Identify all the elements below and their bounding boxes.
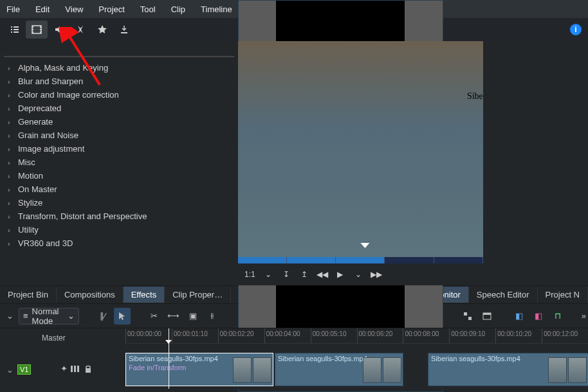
ruler-tick: 00:00:09:10 (449, 328, 495, 343)
effects-category[interactable]: ›Grain and Noise (4, 129, 234, 142)
mix-audio-icon[interactable] (459, 308, 476, 325)
play-menu-icon[interactable]: ⌄ (351, 267, 366, 282)
forward-icon[interactable]: ▶▶ (369, 267, 384, 282)
menu-item-file[interactable]: File (4, 2, 26, 17)
effects-category[interactable]: ›Motion (4, 169, 234, 183)
project-monitor: Sibe 1:1 ⌄ ↧ ↥ ◀◀ ▶ ⌄ ▶▶ (238, 41, 483, 285)
ruler-tick: 00:00:02:20 (218, 328, 264, 343)
master-track-label[interactable]: Master (42, 334, 66, 343)
menu-item-tool[interactable]: Tool (134, 2, 162, 17)
ruler-tick: 00:00:00:00 (125, 328, 172, 343)
project-monitor-controls: 1:1 ⌄ ↧ ↥ ◀◀ ▶ ⌄ ▶▶ (238, 263, 483, 285)
track-content[interactable]: Siberian seagulls-30fps.mp4Fade in/Trans… (125, 353, 588, 386)
project-monitor-viewport[interactable]: Sibe (238, 41, 483, 257)
main-area: ›Alpha, Mask and Keying›Blur and Sharpen… (0, 41, 588, 285)
ruler-tick: 00:00:05:10 (311, 328, 357, 343)
custom-effects-icon[interactable] (69, 21, 91, 39)
slip-tool-icon[interactable]: ▣ (185, 308, 201, 325)
monitors: In Point 1:1 ⌄ ↧ ↥ ◀◀ ▶ ⌄ ▶▶ › (238, 41, 588, 285)
tab-project-bin[interactable]: Project Bin (0, 287, 57, 303)
effects-category[interactable]: ›VR360 and 3D (4, 236, 234, 250)
timeline-clip[interactable]: Siberian seagulls-30fps.mp4 (428, 353, 588, 386)
effects-tree[interactable]: ›Alpha, Mask and Keying›Blur and Sharpen… (4, 57, 234, 285)
tab-effects[interactable]: Effects (124, 287, 165, 303)
menu-item-clip[interactable]: Clip (165, 2, 192, 17)
effects-category[interactable]: ›On Master (4, 183, 234, 196)
out-point-icon[interactable]: ↥ (297, 267, 312, 282)
track-header[interactable]: ⌄ V1 ✦ (0, 353, 125, 386)
tree-view-icon[interactable] (4, 21, 26, 39)
track-label[interactable]: V1 (17, 364, 31, 375)
effects-category[interactable]: ›Generate (4, 115, 234, 129)
effects-panel: ›Alpha, Mask and Keying›Blur and Sharpen… (0, 41, 238, 285)
effects-category[interactable]: ›Blur and Sharpen (4, 75, 234, 88)
svg-rect-5 (40, 29, 41, 30)
play-icon[interactable]: ▶ (333, 267, 348, 282)
effects-category[interactable]: ›Image adjustment (4, 142, 234, 156)
video-effects-icon[interactable] (26, 21, 48, 39)
expand-track-icon[interactable]: ⌄ (6, 365, 14, 375)
menu-item-timeline[interactable]: Timeline (194, 2, 239, 17)
svg-rect-17 (77, 366, 79, 372)
effects-category[interactable]: ›Color and Image correction (4, 88, 234, 102)
svg-rect-0 (32, 26, 41, 33)
audio-effects-icon[interactable] (48, 21, 69, 39)
ruler-tick: 00:00:01:10 (172, 328, 218, 343)
zoom-label[interactable]: 1:1 (242, 270, 258, 279)
ruler-tick: 00:00:06:20 (357, 328, 403, 343)
collapse-icon[interactable]: ⌄ (4, 308, 16, 325)
tab-project-n[interactable]: Project N (538, 287, 588, 303)
effects-category[interactable]: ›Deprecated (4, 102, 234, 115)
color-audio-icon[interactable]: ◧ (511, 308, 528, 325)
mute-track-icon[interactable] (70, 364, 80, 376)
download-effects-icon[interactable] (113, 21, 135, 39)
video-track-row: ⌄ V1 ✦ Siberian seagulls-30fps.mp4Fade i… (0, 353, 588, 386)
effects-category[interactable]: ›Transform, Distort and Perspective (4, 209, 234, 223)
effects-category[interactable]: ›Alpha, Mask and Keying (4, 61, 234, 75)
timeline: Master 00:00:00:0000:00:01:1000:00:02:20… (0, 328, 588, 389)
timeline-clip[interactable]: Siberian seagulls-30fps.mp4 (275, 353, 403, 386)
expand-toolbar-icon[interactable]: » (582, 308, 586, 325)
color-video-icon[interactable]: ◧ (530, 308, 547, 325)
ruler-tick: 00:00:12:00 (542, 328, 588, 343)
compositing-icon[interactable]: ∥⁄ (95, 308, 111, 325)
svg-rect-15 (71, 366, 73, 372)
tab-speech-editor[interactable]: Speech Editor (469, 287, 538, 303)
effects-category[interactable]: ›Utility (4, 223, 234, 236)
spacer-tool-icon[interactable]: ⟷ (165, 308, 182, 325)
svg-rect-16 (74, 366, 76, 372)
tab-compositions[interactable]: Compositions (57, 287, 124, 303)
project-scrub[interactable] (238, 257, 483, 263)
svg-rect-11 (464, 312, 467, 316)
snap-icon[interactable]: ⊓ (549, 308, 566, 325)
svg-rect-18 (86, 368, 91, 373)
lock-track-icon[interactable] (83, 364, 93, 376)
ripple-tool-icon[interactable]: ⫵ (204, 308, 221, 325)
mode-label: Normal Mode (32, 307, 64, 326)
effects-category[interactable]: ›Misc (4, 156, 234, 169)
svg-rect-1 (32, 26, 33, 28)
timeline-ruler[interactable]: 00:00:00:0000:00:01:1000:00:02:2000:00:0… (125, 328, 588, 344)
effects-search[interactable] (4, 41, 234, 57)
svg-rect-4 (40, 26, 41, 28)
razor-tool-icon[interactable]: ✂ (146, 308, 163, 325)
edit-mode-dropdown[interactable]: ≡ Normal Mode ⌄ (19, 308, 78, 325)
effects-icon[interactable]: ✦ (60, 364, 68, 376)
effects-category[interactable]: ›Stylize (4, 196, 234, 209)
timeline-clip[interactable]: Siberian seagulls-30fps.mp4Fade in/Trans… (125, 353, 273, 386)
favorites-icon[interactable] (91, 21, 113, 39)
ruler-tick: 00:00:08:00 (403, 328, 449, 343)
playhead[interactable] (169, 328, 169, 389)
show-thumbs-icon[interactable] (479, 308, 495, 325)
video-overlay-text: Sibe (467, 91, 483, 102)
zoom-menu-icon[interactable]: ⌄ (261, 267, 276, 282)
rewind-icon[interactable]: ◀◀ (315, 267, 330, 282)
tab-clip-proper-[interactable]: Clip Proper… (165, 287, 231, 303)
svg-rect-6 (40, 31, 41, 33)
menu-item-edit[interactable]: Edit (29, 2, 56, 17)
menu-item-project[interactable]: Project (92, 2, 131, 17)
info-icon[interactable]: i (570, 24, 582, 35)
selection-tool-icon[interactable] (114, 308, 131, 325)
in-point-icon[interactable]: ↧ (279, 267, 294, 282)
menu-item-view[interactable]: View (59, 2, 89, 17)
